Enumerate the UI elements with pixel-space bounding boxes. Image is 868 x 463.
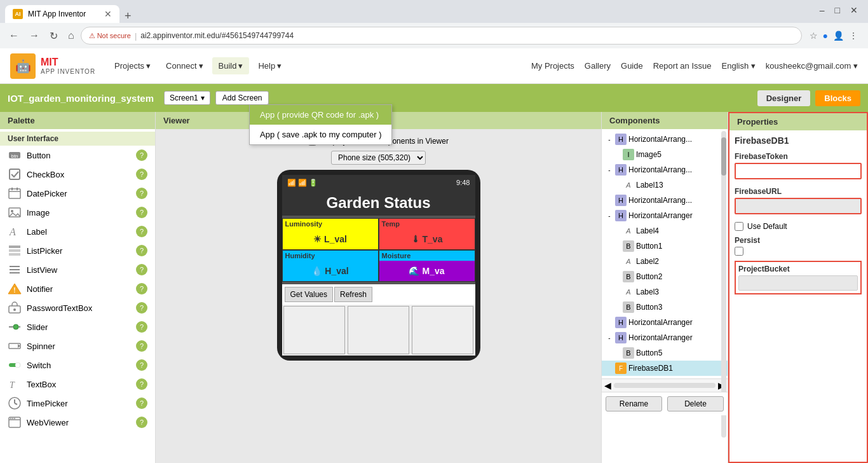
palette-help-textbox[interactable]: ? — [136, 378, 147, 390]
properties-panel: Properties FirebaseDB1 FirebaseToken Fir… — [728, 112, 868, 463]
menu-icon[interactable]: ⋮ — [849, 31, 858, 41]
forward-button[interactable]: → — [25, 27, 43, 44]
comp-button5[interactable]: B Button5 — [602, 345, 728, 361]
palette-help-slider[interactable]: ? — [136, 321, 147, 333]
blocks-button[interactable]: Blocks — [815, 90, 860, 106]
toggle-icon[interactable]: - — [606, 166, 613, 174]
comp-image5[interactable]: I Image5 — [602, 147, 728, 162]
project-bucket-input[interactable] — [738, 275, 858, 291]
comp-label13[interactable]: A Label13 — [602, 177, 728, 193]
palette-help-webviewer[interactable]: ? — [136, 417, 147, 428]
palette-help-label[interactable]: ? — [136, 226, 147, 237]
textbox-icon: T — [8, 377, 22, 391]
palette-item-spinner[interactable]: Spinner ? — [0, 336, 155, 356]
toggle-icon[interactable]: - — [606, 212, 613, 219]
palette-item-listpicker[interactable]: ListPicker ? — [0, 241, 155, 260]
palette-help-datepicker[interactable]: ? — [136, 188, 147, 199]
gallery-link[interactable]: Gallery — [585, 61, 611, 71]
palette-help-spinner[interactable]: ? — [136, 340, 147, 352]
new-tab-button[interactable]: + — [119, 10, 137, 23]
comp-horizontal-arrange-2[interactable]: - H HorizontalArrang... — [602, 162, 728, 177]
nav-help[interactable]: Help ▾ — [252, 57, 288, 74]
palette-item-button[interactable]: btn Button ? — [0, 146, 155, 165]
comp-label2[interactable]: A Label2 — [602, 254, 728, 269]
palette-help-image[interactable]: ? — [136, 207, 147, 218]
language-selector[interactable]: English ▾ — [722, 61, 756, 71]
nav-build[interactable]: Build ▾ — [212, 57, 250, 74]
comp-horizontal-arranger-6[interactable]: - H HorizontalArranger — [602, 330, 728, 345]
my-projects-link[interactable]: My Projects — [531, 61, 574, 71]
horizontal-arrange-icon: H — [615, 317, 627, 328]
firebase-url-input[interactable] — [735, 198, 862, 214]
svg-text:T: T — [10, 380, 15, 390]
browser-tab[interactable]: AI MIT App Inventor ✕ — [5, 5, 119, 23]
build-dropdown-item-save[interactable]: App ( save .apk to my computer ) — [250, 125, 391, 144]
maximize-button[interactable]: □ — [835, 5, 840, 15]
guide-link[interactable]: Guide — [621, 61, 643, 71]
close-window-button[interactable]: ✕ — [850, 5, 858, 15]
palette-help-listview[interactable]: ? — [136, 264, 147, 275]
bookmark-icon[interactable]: ☆ — [810, 31, 818, 41]
extension-icon[interactable]: ● — [823, 31, 828, 41]
palette-item-timepicker[interactable]: TimePicker ? — [0, 394, 155, 413]
comp-firebasedb1[interactable]: F FirebaseDB1 — [602, 361, 728, 376]
nav-connect[interactable]: Connect ▾ — [159, 57, 209, 74]
palette-help-notifier[interactable]: ? — [136, 283, 147, 294]
nav-projects[interactable]: Projects ▾ — [108, 57, 157, 74]
use-default-checkbox[interactable] — [735, 222, 743, 231]
minimize-button[interactable]: – — [820, 5, 825, 15]
palette-item-textbox[interactable]: T TextBox ? — [0, 375, 155, 394]
palette-item-listview[interactable]: ListView ? — [0, 260, 155, 279]
comp-horizontal-arranger-5[interactable]: H HorizontalArranger — [602, 315, 728, 330]
designer-button[interactable]: Designer — [757, 90, 811, 106]
comp-button2[interactable]: B Button2 — [602, 269, 728, 284]
palette-item-label: Slider — [27, 322, 131, 332]
tab-close-button[interactable]: ✕ — [104, 9, 112, 19]
palette-item-passwordtextbox[interactable]: PasswordTextBox ? — [0, 298, 155, 317]
scroll-left-icon[interactable]: ◀ — [604, 380, 611, 390]
address-bar[interactable]: ⚠ Not secure | ai2.appinventor.mit.edu/#… — [81, 27, 802, 45]
palette-item-checkbox[interactable]: CheckBox ? — [0, 165, 155, 184]
reload-button[interactable]: ↻ — [46, 27, 62, 45]
persist-checkbox[interactable] — [735, 247, 743, 256]
comp-horizontal-arranger-4[interactable]: - H HorizontalArranger — [602, 208, 728, 223]
palette-help-timepicker[interactable]: ? — [136, 397, 147, 409]
get-values-button[interactable]: Get Values — [285, 287, 333, 302]
delete-button[interactable]: Delete — [667, 396, 724, 411]
palette-item-webviewer[interactable]: WebViewer ? — [0, 413, 155, 432]
account-icon[interactable]: 👤 — [833, 31, 844, 41]
phone-size-select[interactable]: Phone size (505,320) — [331, 151, 426, 165]
palette-item-datepicker[interactable]: DatePicker ? — [0, 184, 155, 203]
comp-button1[interactable]: B Button1 — [602, 238, 728, 254]
palette-help-switch[interactable]: ? — [136, 359, 147, 371]
palette-help-checkbox[interactable]: ? — [136, 169, 147, 180]
image-icon — [8, 205, 22, 219]
firebase-token-input[interactable] — [735, 163, 862, 179]
screen-selector[interactable]: Screen1 ▾ — [164, 91, 210, 105]
toggle-icon[interactable]: - — [606, 135, 613, 143]
comp-button3[interactable]: B Button3 — [602, 300, 728, 315]
comp-horizontal-arrange-3[interactable]: H HorizontalArrang... — [602, 193, 728, 208]
comp-label4[interactable]: A Label4 — [602, 223, 728, 238]
build-dropdown-item-qr[interactable]: App ( provide QR code for .apk ) — [250, 105, 391, 125]
palette-item-switch[interactable]: Switch ? — [0, 356, 155, 375]
refresh-button[interactable]: Refresh — [334, 287, 372, 302]
palette-item-slider[interactable]: Slider ? — [0, 317, 155, 336]
add-screen-button[interactable]: Add Screen — [215, 91, 269, 105]
comp-label3[interactable]: A Label3 — [602, 284, 728, 300]
palette-item-notifier[interactable]: ! Notifier ? — [0, 279, 155, 298]
user-account[interactable]: kousheekc@gmail.com ▾ — [766, 61, 858, 71]
palette-item-image[interactable]: Image ? — [0, 203, 155, 222]
properties-header: Properties — [729, 113, 867, 130]
home-button[interactable]: ⌂ — [64, 27, 78, 44]
toggle-icon[interactable]: - — [606, 334, 613, 342]
palette-item-label[interactable]: A Label ? — [0, 222, 155, 241]
comp-horizontal-arrange-1[interactable]: - H HorizontalArrang... — [602, 132, 728, 147]
rename-button[interactable]: Rename — [606, 396, 662, 411]
back-button[interactable]: ← — [5, 27, 23, 44]
palette-help-listpicker[interactable]: ? — [136, 245, 147, 256]
palette-help-button[interactable]: ? — [136, 149, 147, 161]
report-issue-link[interactable]: Report an Issue — [653, 61, 712, 71]
palette-help-pwdtextbox[interactable]: ? — [136, 302, 147, 314]
palette-section-header: User Interface — [0, 132, 155, 146]
